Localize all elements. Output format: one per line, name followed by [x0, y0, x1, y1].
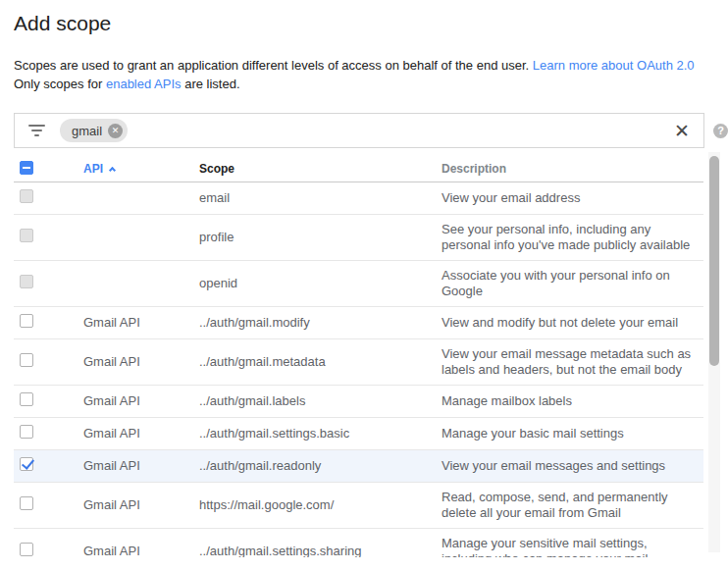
clear-search-icon[interactable]: ✕ [674, 120, 690, 142]
intro-line2-prefix: Only scopes for [14, 77, 106, 91]
filter-chip: gmail ✕ [60, 119, 128, 142]
cell-scope: https://mail.google.com/ [199, 497, 442, 513]
cell-api: Gmail API [83, 458, 199, 474]
cell-scope: profile [199, 230, 442, 245]
table-row[interactable]: openidAssociate you with your personal i… [14, 261, 703, 307]
table-row[interactable]: Gmail API../auth/gmail.settings.sharingM… [14, 529, 703, 557]
table-row[interactable]: Gmail API../auth/gmail.metadataView your… [14, 339, 703, 386]
cell-checkbox [14, 457, 83, 475]
cell-description: Manage mailbox labels [442, 393, 703, 409]
row-checkbox[interactable] [20, 314, 33, 328]
table-row[interactable]: Gmail API../auth/gmail.labelsManage mail… [14, 386, 703, 418]
table-row[interactable]: Gmail API../auth/gmail.modifyView and mo… [14, 307, 703, 339]
header-cell-description[interactable]: Description [442, 162, 703, 176]
cell-checkbox [14, 275, 83, 292]
cell-description: Read, compose, send, and permanently del… [442, 490, 703, 521]
cell-description: Associate you with your personal info on… [442, 268, 703, 299]
header-cell-scope[interactable]: Scope [199, 162, 442, 176]
cell-checkbox [14, 543, 83, 557]
enabled-apis-link[interactable]: enabled APIs [106, 77, 182, 91]
vertical-scrollbar-thumb[interactable] [709, 156, 719, 366]
row-checkbox[interactable] [20, 353, 33, 367]
cell-checkbox [14, 353, 83, 371]
table-row[interactable]: Gmail API../auth/gmail.readonlyView your… [14, 450, 703, 483]
cell-scope: openid [199, 276, 442, 291]
cell-api: Gmail API [83, 426, 199, 441]
cell-checkbox [14, 189, 83, 207]
search-row: gmail ✕ ✕ ? [14, 113, 728, 148]
cell-scope: ../auth/gmail.labels [199, 393, 442, 409]
add-scope-dialog: Add scope Scopes are used to grant an ap… [0, 0, 728, 557]
cell-api: Gmail API [83, 544, 199, 557]
cell-checkbox [14, 392, 83, 410]
table-row[interactable]: Gmail APIhttps://mail.google.com/Read, c… [14, 483, 703, 529]
page-title: Add scope [14, 12, 728, 35]
cell-checkbox [14, 229, 83, 246]
sort-ascending-icon [109, 167, 116, 174]
table-header-row: API Scope Description [14, 156, 703, 182]
cell-description: View your email message metadata such as… [442, 346, 703, 378]
cell-scope: ../auth/gmail.metadata [199, 354, 442, 370]
cell-checkbox [14, 314, 83, 332]
row-checkbox[interactable] [20, 496, 33, 510]
help-icon[interactable]: ? [713, 124, 728, 138]
oauth-learn-more-link[interactable]: Learn more about OAuth 2.0 [533, 58, 695, 73]
cell-description: View and modify but not delete your emai… [442, 315, 703, 331]
cell-api: Gmail API [83, 497, 199, 513]
filter-list-icon[interactable] [27, 124, 45, 138]
intro-text: Scopes are used to grant an application … [14, 56, 728, 93]
intro-line1: Scopes are used to grant an application … [14, 58, 533, 73]
api-header-label: API [83, 162, 103, 176]
cell-scope: ../auth/gmail.settings.sharing [199, 544, 442, 557]
cell-description: View your email address [442, 190, 703, 206]
cell-scope: ../auth/gmail.readonly [199, 458, 442, 474]
row-checkbox[interactable] [20, 543, 33, 556]
cell-description: Manage your sensitive mail settings, inc… [442, 536, 703, 557]
cell-api: Gmail API [83, 354, 199, 370]
row-checkbox [20, 189, 33, 203]
table-row[interactable]: emailView your email address [14, 182, 703, 215]
cell-api: Gmail API [83, 393, 199, 409]
table-row[interactable]: profileSee your personal info, including… [14, 215, 703, 261]
cell-checkbox [14, 496, 83, 514]
row-checkbox [20, 275, 33, 288]
row-checkbox[interactable] [20, 392, 33, 406]
table-body: emailView your email addressprofileSee y… [14, 182, 703, 557]
header-cell-api[interactable]: API [83, 162, 199, 176]
row-checkbox[interactable] [20, 425, 33, 439]
chip-remove-icon[interactable]: ✕ [108, 124, 123, 138]
scope-filter-input[interactable]: gmail ✕ ✕ [14, 113, 704, 148]
cell-description: View your email messages and settings [442, 458, 703, 474]
header-cell-checkbox [14, 161, 83, 178]
cell-api: Gmail API [83, 315, 199, 331]
cell-checkbox [14, 425, 83, 442]
scopes-table: API Scope Description emailView your ema… [14, 156, 703, 557]
row-checkbox[interactable] [20, 457, 33, 471]
intro-line2-suffix: are listed. [182, 77, 240, 91]
vertical-scrollbar-track[interactable] [708, 152, 720, 552]
cell-scope: ../auth/gmail.modify [199, 315, 442, 331]
filter-chip-label: gmail [72, 124, 102, 138]
cell-scope: email [199, 190, 442, 206]
cell-description: Manage your basic mail settings [442, 426, 703, 441]
cell-scope: ../auth/gmail.settings.basic [199, 426, 442, 441]
table-row[interactable]: Gmail API../auth/gmail.settings.basicMan… [14, 418, 703, 450]
cell-description: See your personal info, including any pe… [442, 222, 703, 253]
select-all-checkbox[interactable] [20, 161, 33, 175]
row-checkbox [20, 229, 33, 242]
